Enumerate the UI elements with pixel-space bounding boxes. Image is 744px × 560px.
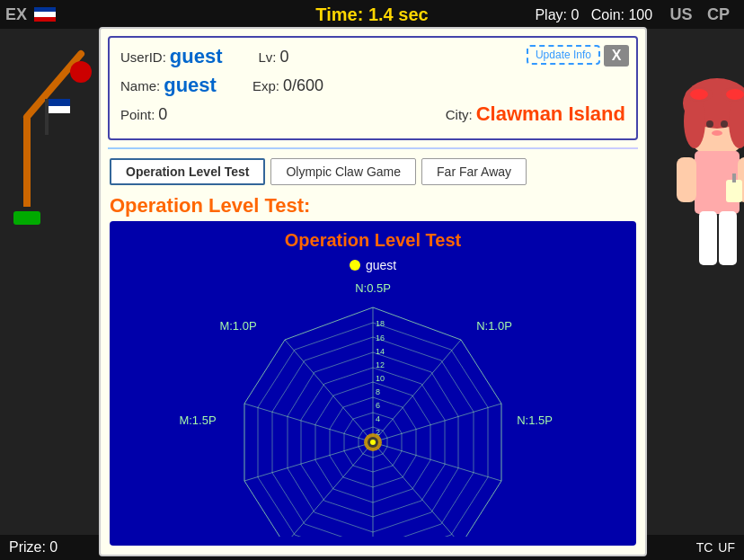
svg-line-49 [285, 340, 373, 442]
svg-rect-21 [732, 173, 736, 182]
point-value: 0 [158, 105, 167, 124]
svg-text:12: 12 [376, 360, 385, 369]
svg-rect-20 [726, 180, 742, 202]
section-title: Operation Level Test: [101, 191, 645, 221]
point-label: Point: [120, 107, 155, 122]
chart-title: Operation Level Test [119, 230, 627, 251]
lv-value: 0 [280, 48, 289, 67]
main-modal: UserID: guest Lv: 0 Name: guest Exp: 0/6… [99, 27, 647, 556]
svg-line-43 [373, 442, 501, 481]
svg-text:18: 18 [376, 319, 385, 328]
svg-line-42 [373, 404, 501, 442]
svg-point-2 [70, 61, 92, 83]
svg-point-15 [706, 120, 713, 128]
city-label: City: [446, 107, 473, 122]
svg-point-25 [726, 89, 744, 100]
svg-line-47 [244, 442, 373, 481]
svg-text:4: 4 [376, 414, 380, 423]
svg-text:8: 8 [376, 387, 380, 396]
svg-line-41 [373, 340, 461, 442]
nav-flag [34, 7, 56, 22]
tab-operation[interactable]: Operation Level Test [110, 158, 265, 185]
exp-label: Exp: [252, 78, 279, 93]
radar-grid [244, 307, 501, 537]
svg-point-10 [684, 94, 705, 148]
city-value: Clawman Island [476, 102, 625, 126]
svg-point-24 [690, 89, 708, 100]
top-bar: EX Time: 1.4 sec Play: 0 Coin: 100 US CP [0, 0, 744, 29]
svg-point-16 [721, 120, 728, 128]
tab-olympic[interactable]: Olympic Claw Game [270, 158, 416, 185]
svg-rect-4 [45, 99, 49, 135]
nav-us[interactable]: US [665, 4, 698, 25]
chart-svg-wrapper: N:0.5P N:1.0P N:1.5P M:1.5P M:1.0P 18 16… [119, 276, 627, 537]
legend-dot [350, 260, 360, 271]
svg-point-17 [712, 130, 722, 136]
radar-chart: N:0.5P N:1.0P N:1.5P M:1.5P M:1.0P 18 16… [180, 276, 566, 537]
name-row: Name: guest Exp: 0/600 [120, 74, 625, 97]
nav-cp[interactable]: CP [702, 4, 735, 25]
userid-label: UserID: [120, 49, 166, 65]
tab-bar: Operation Level Test Olympic Claw Game F… [101, 153, 645, 191]
nav-left: EX [0, 0, 58, 29]
svg-text:6: 6 [376, 401, 380, 410]
user-info-box: UserID: guest Lv: 0 Name: guest Exp: 0/6… [108, 36, 638, 140]
svg-text:N:0.5P: N:0.5P [355, 281, 391, 295]
timer-display: Time: 1.4 sec [315, 4, 428, 25]
update-info-button[interactable]: Update Info [527, 45, 600, 65]
svg-text:10: 10 [376, 374, 385, 383]
play-coin-display: Play: 0 Coin: 100 US CP [535, 5, 735, 24]
svg-text:N:1.5P: N:1.5P [517, 413, 553, 427]
svg-point-61 [370, 440, 376, 445]
name-value: guest [164, 74, 217, 97]
svg-rect-23 [719, 211, 737, 265]
right-character: height: 13.6 cm [636, 45, 744, 494]
close-button[interactable]: X [604, 45, 629, 67]
prize-display: Prize: 0 [9, 539, 58, 556]
uf-label: UF [718, 540, 735, 555]
svg-rect-3 [13, 211, 40, 225]
userid-value: guest [170, 45, 223, 68]
svg-text:N:1.0P: N:1.0P [476, 319, 512, 333]
point-row: Point: 0 City: Clawman Island [120, 102, 625, 126]
chart-container: Operation Level Test guest N:0.5P N:1.0P… [110, 221, 636, 546]
tab-faraway[interactable]: Far Far Away [421, 158, 527, 185]
bottom-bar-right: TC UF [696, 540, 735, 555]
svg-rect-22 [699, 211, 717, 265]
left-decoration [9, 45, 99, 404]
svg-line-48 [244, 404, 373, 442]
svg-rect-18 [677, 157, 696, 202]
tc-label: TC [696, 540, 713, 555]
lv-label: Lv: [259, 49, 277, 65]
divider [108, 147, 638, 149]
legend-user: guest [366, 258, 396, 272]
svg-line-46 [285, 442, 373, 537]
svg-line-44 [373, 442, 461, 537]
chart-legend: guest [119, 258, 627, 272]
svg-text:M:1.0P: M:1.0P [219, 319, 256, 333]
svg-text:M:1.5P: M:1.5P [180, 413, 217, 427]
exp-value: 0/600 [283, 76, 323, 95]
svg-text:16: 16 [376, 333, 385, 342]
nav-ex[interactable]: EX [0, 4, 32, 26]
name-label: Name: [120, 78, 160, 93]
svg-rect-6 [49, 106, 70, 113]
